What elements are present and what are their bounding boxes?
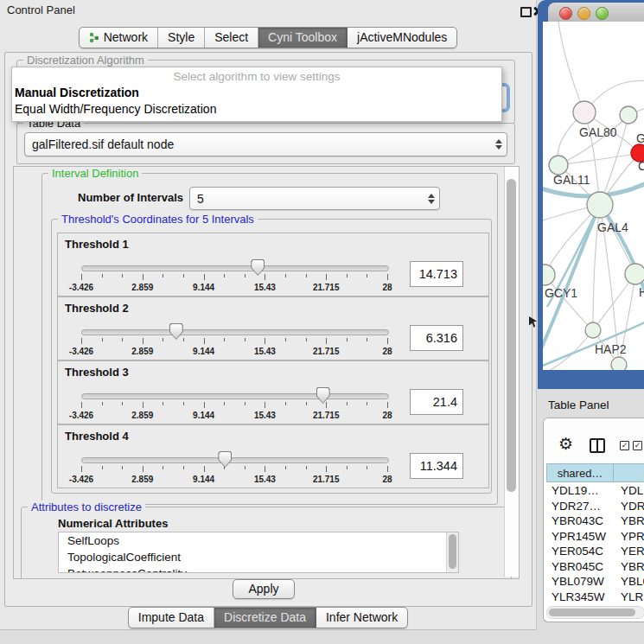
slider-thumb-face	[170, 324, 182, 339]
threshold-value-field[interactable]: 6.316	[410, 325, 463, 351]
network-edge	[558, 22, 584, 112]
network-canvas[interactable]: GAL80GACGAL11GAL4GCY1HHAP2	[543, 22, 644, 370]
algorithm-option[interactable]: Manual Discretization	[15, 86, 139, 99]
slider-tick	[306, 402, 307, 405]
bottom-tab-strip: Impute DataDiscretize DataInfer Network	[0, 607, 536, 628]
slider-tick	[347, 466, 348, 469]
slider-track[interactable]	[81, 265, 389, 271]
table-data-group: Table Data galFiltered.sif default node	[16, 123, 515, 164]
table-cell: YDL19…	[546, 483, 615, 499]
slider-thumb[interactable]	[316, 387, 330, 404]
slider-track[interactable]	[81, 457, 389, 463]
table-horizontal-scrollbar[interactable]	[546, 606, 644, 619]
float-window-icon[interactable]	[520, 7, 532, 17]
network-node-green[interactable]	[625, 264, 644, 284]
slider-tick	[306, 338, 307, 341]
gear-icon[interactable]: ⚙	[558, 436, 573, 452]
attribute-item[interactable]: SelfLoops	[59, 532, 458, 549]
network-node-pink[interactable]	[573, 101, 596, 124]
tab-label: Infer Network	[326, 610, 398, 624]
slider-tick-label: 21.715	[313, 283, 340, 292]
slider-track[interactable]	[81, 329, 389, 335]
tab-cyni-toolbox[interactable]: Cyni Toolbox	[258, 28, 348, 48]
network-node-green[interactable]	[585, 322, 601, 338]
threshold-value-field[interactable]: 21.4	[410, 389, 463, 415]
slider-tick-label: 28	[382, 475, 392, 484]
network-node-green[interactable]	[587, 192, 613, 218]
table-row[interactable]: YPR145WYPR1	[546, 529, 644, 545]
slider-tick	[367, 402, 367, 405]
table-row[interactable]: YDR27…YDR2	[546, 499, 644, 514]
tab-infer-network[interactable]: Infer Network	[316, 608, 407, 628]
slider-thumb[interactable]	[169, 323, 183, 340]
minimize-traffic-light-icon[interactable]	[577, 7, 590, 20]
attribute-item[interactable]: BetweennessCentrality	[59, 565, 458, 573]
network-node-green[interactable]	[620, 106, 637, 124]
tab-network[interactable]: Network	[80, 28, 158, 48]
slider-tick-label: 2.859	[131, 411, 153, 420]
table-row[interactable]: YBR045CYBR0	[546, 559, 644, 575]
slider-thumb-face	[252, 260, 264, 275]
network-edge	[543, 330, 593, 370]
tab-select[interactable]: Select	[205, 28, 258, 48]
slider-thumb[interactable]	[251, 259, 265, 276]
slider-tick	[204, 274, 205, 280]
tab-impute-data[interactable]: Impute Data	[129, 608, 214, 628]
table-row[interactable]: YER054CYER0	[546, 544, 644, 559]
slider-tick	[265, 338, 265, 344]
table-cell: YBR0	[615, 513, 644, 529]
apply-button[interactable]: Apply	[233, 579, 295, 599]
combo-stepper-icon	[491, 139, 507, 150]
panel-scrollbar[interactable]	[504, 167, 519, 577]
slider-tick	[183, 338, 184, 341]
tab-jactivemnodules[interactable]: jActiveMNodules	[348, 28, 456, 48]
table-data-combobox-value: galFiltered.sif default node	[25, 137, 491, 151]
slider-tick	[285, 402, 286, 405]
network-node-green[interactable]	[611, 357, 627, 370]
close-traffic-light-icon[interactable]	[559, 7, 572, 20]
slider-tick-label: 21.715	[313, 475, 340, 484]
table-row[interactable]: YBL079WYBL0	[546, 574, 644, 590]
network-node-green[interactable]	[549, 156, 568, 175]
checkbox-icon[interactable]: ✓	[633, 441, 642, 450]
table-scrollbar-thumb[interactable]	[549, 609, 635, 616]
slider-tick	[245, 274, 245, 277]
split-columns-icon[interactable]	[590, 438, 605, 453]
network-window-titlebar[interactable]	[548, 3, 644, 22]
attributes-scrollbar-thumb[interactable]	[449, 534, 456, 569]
slider-tick	[122, 402, 123, 405]
slider-tick	[245, 466, 245, 469]
slider-tick	[183, 402, 184, 405]
tab-style[interactable]: Style	[158, 28, 205, 48]
threshold-value-field[interactable]: 14.713	[410, 261, 463, 287]
attributes-scrollbar[interactable]	[446, 532, 458, 572]
column-header[interactable]: n	[614, 463, 644, 482]
slider-tick	[326, 338, 327, 344]
table-cell: YBL079W	[546, 574, 615, 590]
slider-tick-label: 28	[382, 411, 392, 420]
slider-tick	[81, 466, 82, 472]
slider-tick	[163, 274, 163, 277]
table-row[interactable]: YDL19…YDL1	[546, 483, 644, 499]
table-toolbar: ⚙ ✓ ✓	[544, 418, 644, 463]
slider-thumb[interactable]	[218, 451, 232, 468]
tab-discretize-data[interactable]: Discretize Data	[214, 608, 316, 628]
table-row[interactable]: YBR043CYBR0	[546, 513, 644, 529]
slider-tick	[347, 338, 348, 341]
checkbox-icon[interactable]: ✓	[620, 441, 629, 450]
number-of-intervals-value: 5	[190, 192, 424, 206]
attribute-item[interactable]: TopologicalCoefficient	[59, 549, 458, 565]
column-header[interactable]: shared…	[546, 463, 614, 482]
numerical-attributes-list[interactable]: SelfLoopsTopologicalCoefficientBetweenne…	[58, 532, 459, 573]
slider-track[interactable]	[81, 393, 389, 399]
algorithm-option[interactable]: Equal Width/Frequency Discretization	[15, 102, 216, 116]
algorithm-dropdown-popup: Select algorithm to view settings Manual…	[11, 67, 502, 122]
threshold-value-field[interactable]: 11.344	[410, 453, 463, 479]
table-data-combobox[interactable]: galFiltered.sif default node	[24, 132, 507, 156]
table-header-row: shared… n	[546, 463, 644, 482]
zoom-traffic-light-icon[interactable]	[596, 7, 609, 20]
network-node-green[interactable]	[543, 265, 555, 285]
panel-scrollbar-thumb[interactable]	[507, 179, 516, 492]
table-row[interactable]: YLR345WYLR3	[546, 590, 644, 605]
number-of-intervals-combobox[interactable]: 5	[189, 187, 440, 210]
